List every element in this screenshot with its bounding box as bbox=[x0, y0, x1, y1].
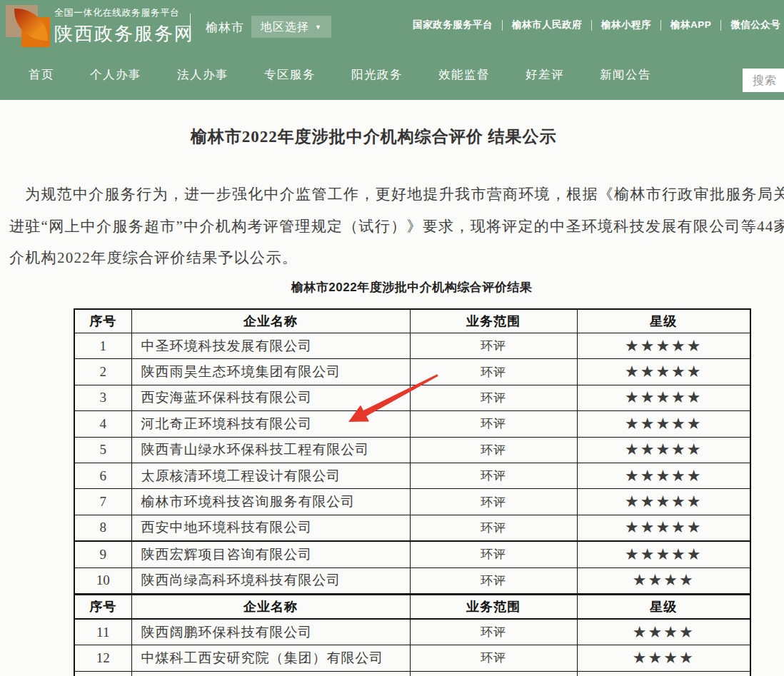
cell-star-rating: ★★★★★ bbox=[577, 411, 750, 437]
cell-seq: 2 bbox=[74, 359, 131, 385]
top-link-divider bbox=[591, 20, 592, 31]
nav-items: 首页个人办事法人办事专区服务阳光政务效能监督好差评新闻公告 bbox=[29, 50, 651, 100]
cell-star-rating: ★★★★ bbox=[577, 567, 750, 594]
column-header: 星级 bbox=[577, 594, 750, 619]
cell-business-scope: 环评 bbox=[410, 489, 577, 515]
table-row: 12中煤科工西安研究院（集团）有限公司环评★★★★ bbox=[74, 645, 750, 671]
main-nav-bar: 首页个人办事法人办事专区服务阳光政务效能监督好差评新闻公告 bbox=[0, 50, 784, 100]
table-row: 10陕西尚绿高科环境科技有限公司环评★★★★ bbox=[74, 567, 750, 594]
cell-business-scope: 环评 bbox=[410, 645, 577, 671]
cell-star-rating: ★★★★★ bbox=[577, 489, 750, 515]
cell-business-scope: 环评 bbox=[410, 359, 577, 385]
table-row: 9陕西宏辉项目咨询有限公司环评★★★★★ bbox=[74, 541, 750, 567]
top-link[interactable]: 榆林APP bbox=[670, 19, 711, 31]
cell-star-rating: ★★★★★ bbox=[577, 463, 750, 488]
cell-company-name: 河北奇正环境科技有限公司 bbox=[131, 411, 410, 437]
top-link[interactable]: 微信公众号 bbox=[730, 19, 780, 31]
column-header: 企业名称 bbox=[131, 594, 410, 619]
table-header-row: 序号企业名称业务范围星级 bbox=[74, 309, 750, 333]
table-row: 8西安中地环境科技有限公司环评★★★★★ bbox=[74, 515, 750, 541]
announcement-document: 榆林市2022年度涉批中介机构综合评价 结果公示 为规范中介服务行为，进一步强化… bbox=[0, 100, 784, 676]
top-link[interactable]: 国家政务服务平台 bbox=[413, 19, 493, 31]
cell-company-name: 榆林市环境科技咨询服务有限公司 bbox=[131, 489, 410, 515]
cell-star-rating: ★★★★ bbox=[577, 645, 750, 671]
column-header: 序号 bbox=[74, 309, 131, 333]
brand-block: 全国一体化在线政务服务平台 陕西政务服务网 bbox=[54, 6, 194, 46]
cell-business-scope: 环评 bbox=[410, 541, 577, 567]
cell-seq: 12 bbox=[74, 645, 131, 671]
table-row: 13渭南华山环保科技发展有限责任公司环评★★★★ bbox=[74, 671, 750, 676]
cell-star-rating: ★★★★★ bbox=[577, 333, 750, 359]
cell-seq: 9 bbox=[74, 541, 131, 567]
paragraph-line: 进驻“网上中介服务超市”中介机构考评管理规定（试行）》要求，现将评定的中圣环境科… bbox=[9, 216, 784, 236]
page-title: 榆林市2022年度涉批中介机构综合评价 结果公示 bbox=[0, 126, 747, 148]
nav-item[interactable]: 阳光政务 bbox=[351, 67, 403, 83]
nav-item[interactable]: 好差评 bbox=[526, 67, 564, 83]
current-city-label: 榆林市 bbox=[206, 19, 244, 36]
cell-company-name: 太原核清环境工程设计有限公司 bbox=[131, 463, 410, 488]
cell-company-name: 渭南华山环保科技发展有限责任公司 bbox=[131, 671, 410, 676]
nav-item[interactable]: 专区服务 bbox=[264, 67, 316, 83]
top-links: 国家政务服务平台榆林市人民政府榆林小程序榆林APP微信公众号注册 bbox=[413, 19, 784, 31]
cell-star-rating: ★★★★★ bbox=[577, 359, 750, 385]
cell-seq: 1 bbox=[74, 333, 131, 359]
cell-seq: 4 bbox=[74, 411, 131, 437]
cell-company-name: 陕西宏辉项目咨询有限公司 bbox=[131, 541, 410, 567]
platform-subtitle: 全国一体化在线政务服务平台 bbox=[54, 6, 194, 19]
top-link-divider bbox=[720, 20, 721, 31]
column-header: 星级 bbox=[577, 309, 750, 333]
search-input[interactable] bbox=[743, 69, 784, 92]
site-title: 陕西政务服务网 bbox=[54, 21, 194, 46]
cell-business-scope: 环评 bbox=[410, 515, 577, 541]
cell-seq: 7 bbox=[74, 489, 131, 515]
table-header-row: 序号企业名称业务范围星级 bbox=[74, 594, 750, 619]
cell-business-scope: 环评 bbox=[410, 619, 577, 645]
nav-item[interactable]: 个人办事 bbox=[90, 67, 141, 83]
cell-seq: 3 bbox=[74, 385, 131, 410]
brand-divider bbox=[190, 14, 191, 37]
cell-seq: 13 bbox=[74, 671, 131, 676]
paragraph-line: 介机构2022年度综合评价结果予以公示。 bbox=[9, 248, 298, 268]
table-row: 6太原核清环境工程设计有限公司环评★★★★★ bbox=[74, 463, 750, 488]
paragraph-line: 为规范中介服务行为，进一步强化中介监管工作，更好地提升我市营商环境，根据《榆林市… bbox=[9, 184, 784, 204]
top-link-divider bbox=[502, 20, 503, 31]
cell-company-name: 西安海蓝环保科技有限公司 bbox=[131, 385, 410, 410]
cell-business-scope: 环评 bbox=[410, 671, 577, 676]
top-link[interactable]: 榆林小程序 bbox=[601, 19, 651, 31]
nav-item[interactable]: 法人办事 bbox=[177, 67, 228, 83]
cell-star-rating: ★★★★ bbox=[577, 619, 750, 645]
evaluation-results-table: 序号企业名称业务范围星级1中圣环境科技发展有限公司环评★★★★★2陕西雨昊生态环… bbox=[74, 308, 751, 676]
cell-business-scope: 环评 bbox=[410, 437, 577, 463]
table-row: 1中圣环境科技发展有限公司环评★★★★★ bbox=[74, 333, 750, 359]
site-logo-icon bbox=[6, 3, 50, 47]
region-select-label: 地区选择 bbox=[261, 21, 309, 33]
cell-business-scope: 环评 bbox=[410, 333, 577, 359]
nav-item[interactable]: 新闻公告 bbox=[600, 67, 651, 83]
top-header-bar: 全国一体化在线政务服务平台 陕西政务服务网 榆林市 地区选择▼ 国家政务服务平台… bbox=[0, 0, 784, 50]
nav-item[interactable]: 首页 bbox=[29, 67, 54, 83]
cell-business-scope: 环评 bbox=[410, 385, 577, 410]
nav-item[interactable]: 效能监督 bbox=[438, 67, 490, 83]
table-row: 3西安海蓝环保科技有限公司环评★★★★★ bbox=[74, 385, 750, 410]
cell-seq: 8 bbox=[74, 515, 131, 541]
cell-company-name: 中圣环境科技发展有限公司 bbox=[131, 333, 410, 359]
cell-company-name: 陕西阔鹏环保科技有限公司 bbox=[131, 619, 410, 645]
table-row: 11陕西阔鹏环保科技有限公司环评★★★★ bbox=[74, 619, 750, 645]
column-header: 企业名称 bbox=[131, 309, 410, 333]
column-header: 序号 bbox=[74, 594, 131, 619]
table-row: 4河北奇正环境科技有限公司环评★★★★★ bbox=[74, 411, 750, 437]
cell-star-rating: ★★★★ bbox=[577, 671, 750, 676]
region-select-button[interactable]: 地区选择▼ bbox=[251, 16, 331, 38]
cell-star-rating: ★★★★★ bbox=[577, 437, 750, 463]
top-link[interactable]: 榆林市人民政府 bbox=[512, 19, 582, 31]
column-header: 业务范围 bbox=[410, 594, 577, 619]
cell-seq: 5 bbox=[74, 437, 131, 463]
cell-company-name: 陕西尚绿高科环境科技有限公司 bbox=[131, 567, 410, 594]
cell-company-name: 陕西青山绿水环保科技工程有限公司 bbox=[131, 437, 410, 463]
cell-seq: 10 bbox=[74, 567, 131, 594]
cell-company-name: 西安中地环境科技有限公司 bbox=[131, 515, 410, 541]
table-row: 5陕西青山绿水环保科技工程有限公司环评★★★★★ bbox=[74, 437, 750, 463]
cell-seq: 11 bbox=[74, 619, 131, 645]
cell-star-rating: ★★★★★ bbox=[577, 541, 750, 567]
table-row: 7榆林市环境科技咨询服务有限公司环评★★★★★ bbox=[74, 489, 750, 515]
